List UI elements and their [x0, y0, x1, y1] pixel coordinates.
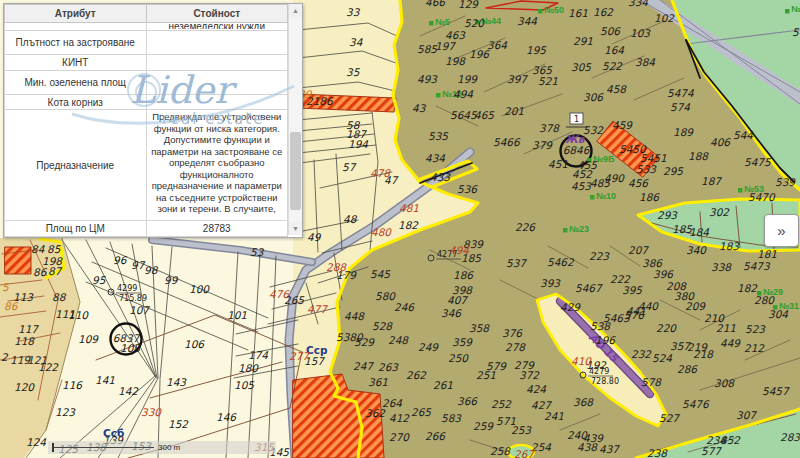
scale-line: [54, 447, 154, 448]
svg-text:576: 576: [624, 309, 645, 321]
row-label: Площ по ЦМ: [5, 221, 147, 237]
svg-text:429: 429: [560, 301, 581, 313]
marker-icon: [429, 21, 434, 26]
svg-text:146: 146: [216, 411, 237, 423]
svg-text:278: 278: [505, 341, 526, 353]
svg-text:196: 196: [595, 334, 616, 346]
svg-text:141: 141: [95, 374, 115, 386]
row-value: [146, 31, 288, 55]
svg-text:87: 87: [48, 265, 63, 277]
marker-icon: [436, 93, 441, 98]
marker-icon: [785, 9, 790, 14]
svg-text:340: 340: [686, 244, 707, 256]
svg-text:220: 220: [656, 322, 677, 334]
svg-text:295: 295: [663, 165, 684, 177]
svg-text:334: 334: [628, 0, 648, 8]
svg-text:449: 449: [720, 337, 741, 349]
svg-text:346: 346: [441, 307, 462, 319]
svg-text:5470: 5470: [748, 191, 776, 203]
svg-text:267: 267: [514, 448, 535, 458]
svg-text:95: 95: [92, 274, 107, 286]
svg-text:458: 458: [606, 83, 627, 95]
svg-text:478: 478: [370, 167, 391, 179]
svg-text:533: 533: [636, 163, 657, 175]
svg-text:545: 545: [370, 268, 391, 280]
svg-text:424: 424: [526, 383, 546, 395]
svg-text:270: 270: [389, 431, 410, 443]
svg-text:49: 49: [307, 231, 322, 243]
svg-text:246: 246: [394, 301, 415, 313]
svg-text:393: 393: [540, 277, 561, 289]
svg-text:344: 344: [517, 15, 537, 27]
marker-icon: [563, 228, 568, 233]
svg-text:263: 263: [378, 361, 399, 373]
cadastral-app: 4299715.8942774279728.80684668371081№5№4…: [0, 0, 800, 458]
svg-text:180: 180: [238, 362, 259, 374]
svg-text:№50: №50: [544, 5, 564, 15]
svg-text:207: 207: [628, 244, 649, 256]
svg-text:527: 527: [659, 412, 680, 424]
svg-text:5476: 5476: [682, 398, 710, 410]
svg-text:179: 179: [336, 269, 357, 281]
svg-text:143: 143: [166, 376, 187, 388]
svg-text:544: 544: [733, 129, 753, 141]
svg-text:122: 122: [38, 361, 59, 373]
svg-text:164: 164: [604, 44, 624, 56]
svg-text:427: 427: [531, 399, 552, 411]
svg-text:308: 308: [714, 377, 735, 389]
svg-text:192: 192: [586, 359, 607, 371]
scroll-down-icon[interactable]: ▼: [289, 222, 302, 235]
scrollbar-thumb[interactable]: [290, 132, 301, 210]
row-value: [146, 71, 288, 95]
svg-text:490: 490: [604, 172, 625, 184]
svg-text:99: 99: [164, 274, 179, 286]
svg-text:33: 33: [346, 6, 361, 18]
row-value: [146, 55, 288, 71]
svg-text:1: 1: [574, 115, 579, 124]
svg-text:330: 330: [141, 406, 162, 418]
svg-text:106: 106: [184, 338, 205, 350]
svg-text:48: 48: [343, 213, 358, 225]
svg-text:378: 378: [539, 122, 560, 134]
svg-text:528: 528: [372, 320, 393, 332]
svg-text:209: 209: [685, 300, 706, 312]
svg-text:198: 198: [445, 55, 466, 67]
svg-text:161: 161: [568, 7, 588, 19]
svg-text:580: 580: [375, 290, 396, 302]
svg-text:536: 536: [457, 183, 478, 195]
svg-text:187: 187: [701, 175, 722, 187]
scroll-up-icon[interactable]: ▲: [289, 4, 302, 17]
svg-text:57: 57: [342, 161, 357, 173]
table-row: Кота корниз: [5, 95, 288, 110]
row-value-partial: неземеделски нужди: [147, 23, 288, 29]
svg-text:259: 259: [473, 420, 494, 432]
svg-text:376: 376: [502, 327, 523, 339]
svg-text:437: 437: [599, 443, 620, 455]
svg-text:524: 524: [652, 352, 672, 364]
svg-text:307: 307: [736, 409, 757, 421]
svg-text:266: 266: [425, 430, 446, 442]
svg-text:103: 103: [630, 27, 651, 39]
svg-text:539: 539: [775, 176, 796, 188]
svg-text:117: 117: [18, 323, 39, 335]
svg-text:493: 493: [417, 73, 438, 85]
svg-text:84: 84: [31, 243, 45, 255]
svg-text:529: 529: [354, 336, 375, 348]
svg-text:№50: №50: [791, 4, 800, 14]
svg-text:86: 86: [33, 266, 48, 278]
row-label: Предназначение: [5, 110, 147, 221]
svg-text:368: 368: [573, 396, 594, 408]
svg-text:537: 537: [506, 257, 527, 269]
svg-text:522: 522: [602, 60, 623, 72]
svg-text:232: 232: [631, 348, 652, 360]
svg-text:480: 480: [371, 226, 392, 238]
panel-scrollbar[interactable]: ▲ ▼: [288, 4, 302, 235]
svg-text:№10: №10: [596, 191, 616, 201]
panel-collapse-button[interactable]: »: [764, 214, 799, 247]
svg-text:174: 174: [248, 349, 268, 361]
svg-text:366: 366: [457, 395, 478, 407]
row-label: КИНТ: [5, 55, 147, 71]
svg-text:186: 186: [453, 269, 474, 281]
svg-text:109: 109: [78, 333, 99, 345]
svg-text:142: 142: [118, 385, 139, 397]
